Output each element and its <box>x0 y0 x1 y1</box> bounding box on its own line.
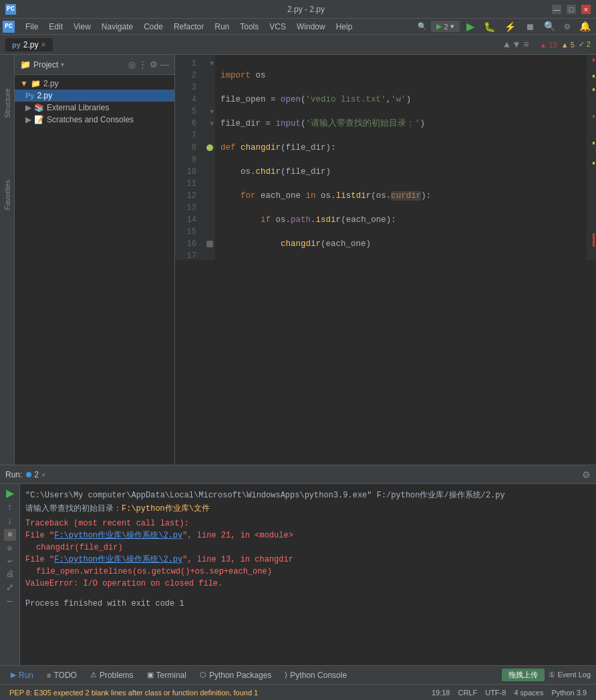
panel-expand-icon[interactable]: ⋮ <box>138 60 147 70</box>
window-controls[interactable]: — □ × <box>552 5 591 14</box>
gutter-line-10 <box>202 154 215 166</box>
tree-root[interactable]: ▼ 📁 2.py <box>15 78 174 90</box>
maximize-button[interactable]: □ <box>567 5 576 14</box>
warning-stripe-4 <box>593 162 595 164</box>
fold-icon-7[interactable]: ▼ <box>210 120 214 128</box>
menu-run[interactable]: Run <box>209 21 235 33</box>
tree-item-scratches[interactable]: ▶ 📝 Scratches and Consoles <box>15 114 174 126</box>
run-error-1: File "F:\python作业库\操作系统\2.py", line 21, … <box>25 530 591 542</box>
settings-icon[interactable]: ⚙ <box>562 21 573 32</box>
panel-locate-icon[interactable]: ◎ <box>128 60 136 70</box>
line-num-5: 5 <box>175 106 202 118</box>
btab-python-console[interactable]: ⟩ Python Console <box>279 669 352 681</box>
favorites-tab[interactable]: Favorites <box>1 176 13 214</box>
file-link-1[interactable]: F:\python作业库\操作系统\2.py <box>54 531 182 540</box>
scroll-up-btn[interactable]: ↑ <box>7 502 12 513</box>
code-line-2: file_open = open('vedio list.txt','w') <box>220 94 587 106</box>
fold-icon-6[interactable]: ▼ <box>210 108 214 116</box>
line-num-6: 6 <box>175 118 202 130</box>
btab-run[interactable]: ▶ Run <box>5 669 39 681</box>
status-crlf[interactable]: CRLF <box>454 689 481 697</box>
ok-count[interactable]: ✓ 2 <box>579 40 591 49</box>
wrap-btn[interactable]: ↩ <box>7 556 12 566</box>
warning-count[interactable]: ▲ 5 <box>561 41 575 49</box>
btab-python-packages[interactable]: ⬡ Python Packages <box>194 669 277 681</box>
gutter-line-11 <box>202 166 215 178</box>
run-panel: Run: 2 × ⚙ ▶ ↑ ↓ ■ ⊘ ↩ 🖨 ⤢ — "C:\Users\M… <box>0 465 596 665</box>
code-line-6: for each_one in os.listdir(os.curdir): <box>220 190 587 202</box>
run-again-button[interactable]: ▶ <box>6 487 14 499</box>
run-config-button[interactable]: ▶ 2 ▾ <box>431 21 459 32</box>
notification-icon[interactable]: 🔔 <box>577 21 593 32</box>
fold-icon-4[interactable]: ▼ <box>210 60 214 68</box>
search-icon[interactable]: 🔍 <box>418 22 427 31</box>
menu-bar: PC File Edit View Navigate Code Refactor… <box>0 19 596 35</box>
structure-tab[interactable]: Structure <box>1 84 13 122</box>
scroll-up-icon[interactable]: ▲ <box>504 39 509 50</box>
project-settings-icon[interactable]: ▾ <box>61 61 64 68</box>
status-python[interactable]: Python 3.9 <box>547 689 591 697</box>
coverage-button[interactable]: ⚡ <box>502 21 518 32</box>
code-container[interactable]: 1 2 3 4 5 6 7 8 9 10 11 12 13 14 15 16 1… <box>175 55 596 260</box>
status-charset[interactable]: UTF-8 <box>481 689 510 697</box>
menu-refactor[interactable]: Refactor <box>168 21 209 33</box>
code-editor[interactable]: import os file_open = open('vedio list.t… <box>215 55 587 260</box>
py-file-icon: py <box>12 41 21 49</box>
menu-view[interactable]: View <box>68 21 96 33</box>
event-log-btn[interactable]: ① Event Log <box>549 671 591 679</box>
menu-navigate[interactable]: Navigate <box>96 21 138 33</box>
run-input-value: F:\python作业库\文件 <box>122 504 210 513</box>
gutter-line-6: ▼ <box>202 106 215 118</box>
tree-file-label: 2.py <box>37 91 52 100</box>
run-settings-icon[interactable]: ⚙ <box>582 469 591 480</box>
run-input-line: 请输入带查找的初始目录：F:\python作业库\文件 <box>25 503 591 515</box>
run-btab-label: Run <box>19 671 33 680</box>
status-indent[interactable]: 4 spaces <box>510 689 547 697</box>
run-tab-close[interactable]: × <box>41 471 45 479</box>
tree-item-2py[interactable]: Py 2.py <box>15 90 174 102</box>
panel-close-icon[interactable]: — <box>160 60 169 70</box>
btab-problems[interactable]: ⚠ Problems <box>85 669 139 681</box>
filter-btn[interactable]: ⊘ <box>7 544 12 554</box>
line-num-17: 17 <box>175 250 202 260</box>
maximize-run-btn[interactable]: ⤢ <box>6 582 14 593</box>
stop-run-btn[interactable]: ■ <box>4 529 16 541</box>
tree-item-external-libs[interactable]: ▶ 📚 External Libraries <box>15 102 174 114</box>
share-button[interactable]: 拖拽上传 <box>502 669 545 681</box>
search-code-icon[interactable]: 🔍 <box>541 21 558 32</box>
btab-terminal[interactable]: ▣ Terminal <box>142 669 192 681</box>
file-link-2[interactable]: F:\python作业库\操作系统\2.py <box>54 555 182 564</box>
menu-file[interactable]: File <box>20 21 43 33</box>
recent-files-icon[interactable]: ≡ <box>523 39 529 50</box>
menu-code[interactable]: Code <box>138 21 168 33</box>
run-tab[interactable]: 2 × <box>26 470 45 479</box>
status-position[interactable]: 19:18 <box>428 689 454 697</box>
run-error-4: file_open.writelines(os.getcwd()+os.sep+… <box>25 566 591 578</box>
line-num-11: 11 <box>175 178 202 190</box>
btab-todo[interactable]: ≡ TODO <box>41 669 82 681</box>
panel-settings-icon[interactable]: ⚙ <box>150 60 158 70</box>
menu-vcs[interactable]: VCS <box>264 21 291 33</box>
status-right: 19:18 CRLF UTF-8 4 spaces Python 3.9 <box>428 689 591 697</box>
status-warning-text[interactable]: PEP 8: E305 expected 2 blank lines after… <box>5 689 262 697</box>
scroll-down-btn[interactable]: ↓ <box>7 515 12 526</box>
run-green-button[interactable]: ▶ <box>464 20 477 33</box>
tab-close-button[interactable]: × <box>41 40 46 49</box>
debug-button[interactable]: 🐛 <box>481 21 498 32</box>
close-button[interactable]: × <box>581 5 591 14</box>
print-btn[interactable]: 🖨 <box>6 569 14 579</box>
menu-window[interactable]: Window <box>291 21 331 33</box>
menu-tools[interactable]: Tools <box>235 21 264 33</box>
minimize-run-btn[interactable]: — <box>7 596 12 606</box>
stop-button[interactable]: ⏹ <box>523 21 537 32</box>
minimize-button[interactable]: — <box>552 5 561 14</box>
error-count[interactable]: ▲ 13 <box>540 41 557 49</box>
scroll-down-icon[interactable]: ▼ <box>514 39 519 50</box>
exit-code-text: Process finished with exit code 1 <box>25 599 184 608</box>
menu-help[interactable]: Help <box>331 21 358 33</box>
scratches-icon: 📝 <box>34 115 44 124</box>
editor-tab-2py[interactable]: py 2.py × <box>5 38 53 51</box>
menu-edit[interactable]: Edit <box>43 21 68 33</box>
breakpoint-9[interactable] <box>206 144 213 151</box>
py-icon: Py <box>25 92 34 100</box>
